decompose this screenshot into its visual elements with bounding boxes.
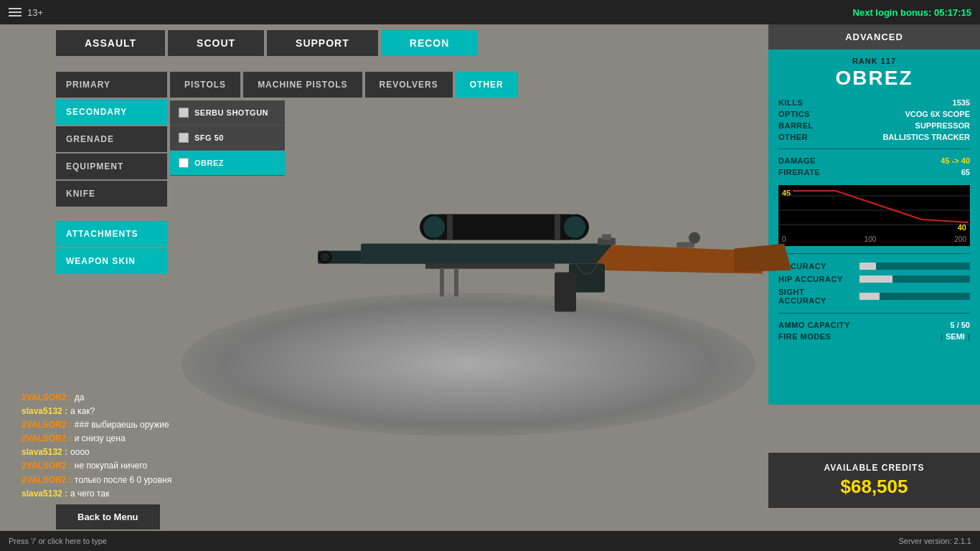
tab-assault[interactable]: ASSAULT bbox=[56, 30, 165, 56]
pipe-2: | bbox=[968, 332, 970, 341]
svg-rect-13 bbox=[602, 235, 611, 240]
category-knife[interactable]: KNIFE bbox=[56, 181, 167, 207]
chat-msg-3: и снизу цена bbox=[75, 432, 126, 446]
other-row: OTHER BALLISTICS TRACKER bbox=[778, 131, 970, 143]
sight-accuracy-fill bbox=[859, 293, 880, 300]
svg-rect-9 bbox=[555, 215, 560, 240]
optics-row: OPTICS VCOG 6X SCOPE bbox=[778, 108, 970, 120]
chat-user-1: slava5132 : bbox=[22, 405, 67, 418]
damage-value: 45 -> 40 bbox=[941, 156, 970, 165]
chat-msg-1: а как? bbox=[70, 405, 95, 418]
chat-user-4: slava5132 : bbox=[22, 446, 67, 459]
optics-label: OPTICS bbox=[778, 110, 810, 118]
firerate-value: 65 bbox=[961, 168, 970, 176]
chat-user-3: 2VALSOR2 : bbox=[22, 432, 72, 446]
hip-accuracy-bar bbox=[859, 276, 970, 283]
kills-label: KILLS bbox=[778, 98, 803, 107]
svg-rect-16 bbox=[677, 242, 694, 248]
optics-value: VCOG 6X SCOPE bbox=[905, 110, 970, 118]
advanced-button[interactable]: Advanced bbox=[768, 24, 980, 50]
barrel-value: SUPPRESSOR bbox=[915, 121, 970, 130]
left-panel: PRIMARY SECONDARY GRENADE EQUIPMENT KNIF… bbox=[56, 72, 167, 276]
svg-rect-1 bbox=[361, 244, 612, 264]
divider-1 bbox=[778, 149, 970, 149]
chat-line-7: slava5132 : а чего так bbox=[22, 487, 308, 501]
topbar-left: 13+ bbox=[9, 7, 43, 18]
chat-line-5: 2VALSOR2 : не покупай ничего bbox=[22, 459, 308, 473]
category-primary[interactable]: PRIMARY bbox=[56, 72, 167, 98]
svg-rect-19 bbox=[440, 268, 444, 297]
fire-modes-mode: SEMI bbox=[946, 332, 965, 341]
chat-msg-7: а чего так bbox=[70, 487, 109, 501]
chat-msg-2: ### выбираешь оружие bbox=[75, 418, 169, 432]
ammo-value: 5 / 50 bbox=[950, 321, 970, 329]
chat-msg-6: только после 6 0 уровня bbox=[75, 474, 171, 487]
category-equipment[interactable]: EQUIPMENT bbox=[56, 154, 167, 179]
accuracy-fill bbox=[859, 263, 876, 270]
svg-point-7 bbox=[423, 217, 445, 238]
svg-rect-11 bbox=[555, 273, 576, 312]
credits-label: AVAILABLE CREDITS bbox=[783, 463, 966, 473]
chat-user-2: 2VALSOR2 : bbox=[22, 418, 72, 432]
tab-support[interactable]: SUPPORT bbox=[267, 30, 378, 56]
login-bonus: Next login bonus: 05:17:15 bbox=[853, 7, 971, 18]
other-label: OTHER bbox=[778, 133, 808, 141]
weapon-title: OBREZ bbox=[778, 67, 970, 90]
chat-msg-5: не покупай ничего bbox=[75, 459, 147, 473]
chat-hint: Press '/' or click here to type bbox=[9, 537, 107, 545]
attachments-button[interactable]: ATTACHMENTS bbox=[56, 221, 167, 247]
chat-line-1: slava5132 : а как? bbox=[22, 405, 308, 418]
chat-msg-0: да bbox=[75, 391, 85, 405]
svg-rect-18 bbox=[425, 263, 555, 269]
tab-recon[interactable]: RECON bbox=[381, 30, 479, 56]
accuracy-bar bbox=[859, 263, 970, 270]
svg-rect-20 bbox=[454, 268, 458, 297]
chat: 2VALSOR2 : да slava5132 : а как? 2VALSOR… bbox=[22, 391, 308, 501]
chat-line-3: 2VALSOR2 : и снизу цена bbox=[22, 432, 308, 446]
bottom-bar: Press '/' or click here to type Server v… bbox=[0, 531, 980, 551]
chat-user-7: slava5132 : bbox=[22, 487, 67, 501]
kills-value: 1535 bbox=[953, 98, 970, 107]
sight-accuracy-bar bbox=[859, 293, 970, 300]
topbar: 13+ Next login bonus: 05:17:15 bbox=[0, 0, 980, 24]
chat-user-0: 2VALSOR2 : bbox=[22, 391, 72, 405]
svg-point-15 bbox=[321, 253, 329, 262]
chat-user-6: 2VALSOR2 : bbox=[22, 474, 72, 487]
category-grenade[interactable]: GRENADE bbox=[56, 126, 167, 152]
chat-line-6: 2VALSOR2 : только после 6 0 уровня bbox=[22, 474, 308, 487]
damage-row: DAMAGE 45 -> 40 bbox=[778, 155, 970, 166]
chat-msg-4: оооо bbox=[70, 446, 90, 459]
credits-panel: AVAILABLE CREDITS $68,505 bbox=[768, 453, 980, 508]
chat-line-0: 2VALSOR2 : да bbox=[22, 391, 308, 405]
weapon-image bbox=[318, 166, 820, 349]
svg-rect-8 bbox=[447, 215, 453, 240]
age-rating: 13+ bbox=[27, 7, 43, 18]
chart-axis-100: 100 bbox=[864, 235, 877, 243]
chart-low-label: 40 bbox=[958, 223, 966, 232]
credits-amount: $68,505 bbox=[783, 476, 966, 498]
menu-icon[interactable] bbox=[9, 8, 22, 17]
weapon-skin-button[interactable]: WEAPON SKIN bbox=[56, 248, 167, 274]
svg-point-6 bbox=[564, 217, 585, 238]
rank-label: RANK 117 bbox=[778, 57, 970, 65]
fire-modes-value: | SEMI | bbox=[941, 332, 970, 341]
svg-point-17 bbox=[689, 232, 700, 244]
pipe-1: | bbox=[941, 332, 943, 341]
chat-user-5: 2VALSOR2 : bbox=[22, 459, 72, 473]
category-secondary[interactable]: SECONDARY bbox=[56, 99, 167, 125]
barrel-row: BARREL SUPPRESSOR bbox=[778, 120, 970, 131]
kills-row: KILLS 1535 bbox=[778, 97, 970, 108]
chat-line-4: slava5132 : оооо bbox=[22, 446, 308, 459]
server-version: Server version: 2.1.1 bbox=[899, 537, 972, 545]
barrel-label: BARREL bbox=[778, 121, 814, 130]
other-value: BALLISTICS TRACKER bbox=[882, 133, 970, 141]
class-tabs: ASSAULT SCOUT SUPPORT RECON bbox=[56, 24, 478, 62]
chart-axis-200: 200 bbox=[954, 235, 966, 243]
tab-scout[interactable]: SCOUT bbox=[168, 30, 264, 56]
back-to-menu-button[interactable]: Back to Menu bbox=[56, 504, 160, 529]
chat-line-2: 2VALSOR2 : ### выбираешь оружие bbox=[22, 418, 308, 432]
hip-accuracy-fill bbox=[859, 276, 892, 283]
damage-label: DAMAGE bbox=[778, 156, 816, 165]
